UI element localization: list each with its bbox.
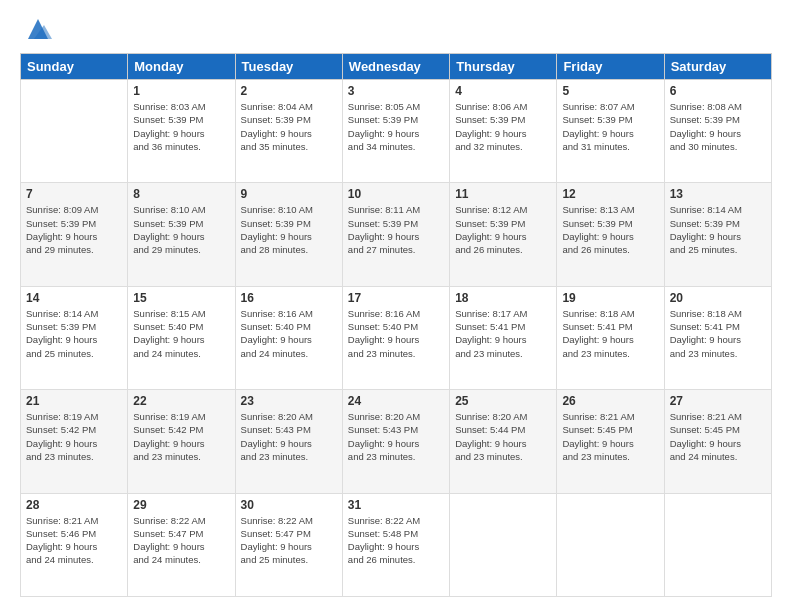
- day-number: 15: [133, 291, 229, 305]
- day-info: Sunrise: 8:19 AM Sunset: 5:42 PM Dayligh…: [133, 410, 229, 463]
- header-cell-tuesday: Tuesday: [235, 54, 342, 80]
- day-cell: 27Sunrise: 8:21 AM Sunset: 5:45 PM Dayli…: [664, 390, 771, 493]
- day-info: Sunrise: 8:14 AM Sunset: 5:39 PM Dayligh…: [26, 307, 122, 360]
- day-cell: 5Sunrise: 8:07 AM Sunset: 5:39 PM Daylig…: [557, 80, 664, 183]
- day-cell: 6Sunrise: 8:08 AM Sunset: 5:39 PM Daylig…: [664, 80, 771, 183]
- day-number: 20: [670, 291, 766, 305]
- day-info: Sunrise: 8:15 AM Sunset: 5:40 PM Dayligh…: [133, 307, 229, 360]
- day-info: Sunrise: 8:17 AM Sunset: 5:41 PM Dayligh…: [455, 307, 551, 360]
- day-number: 29: [133, 498, 229, 512]
- day-info: Sunrise: 8:09 AM Sunset: 5:39 PM Dayligh…: [26, 203, 122, 256]
- day-cell: [450, 493, 557, 596]
- header-row: SundayMondayTuesdayWednesdayThursdayFrid…: [21, 54, 772, 80]
- day-info: Sunrise: 8:19 AM Sunset: 5:42 PM Dayligh…: [26, 410, 122, 463]
- calendar-header: SundayMondayTuesdayWednesdayThursdayFrid…: [21, 54, 772, 80]
- day-number: 27: [670, 394, 766, 408]
- day-number: 21: [26, 394, 122, 408]
- day-number: 4: [455, 84, 551, 98]
- day-info: Sunrise: 8:18 AM Sunset: 5:41 PM Dayligh…: [670, 307, 766, 360]
- day-info: Sunrise: 8:20 AM Sunset: 5:43 PM Dayligh…: [241, 410, 337, 463]
- day-number: 22: [133, 394, 229, 408]
- day-info: Sunrise: 8:21 AM Sunset: 5:45 PM Dayligh…: [562, 410, 658, 463]
- calendar-body: 1Sunrise: 8:03 AM Sunset: 5:39 PM Daylig…: [21, 80, 772, 597]
- day-cell: 29Sunrise: 8:22 AM Sunset: 5:47 PM Dayli…: [128, 493, 235, 596]
- week-row-5: 28Sunrise: 8:21 AM Sunset: 5:46 PM Dayli…: [21, 493, 772, 596]
- day-info: Sunrise: 8:12 AM Sunset: 5:39 PM Dayligh…: [455, 203, 551, 256]
- day-info: Sunrise: 8:21 AM Sunset: 5:46 PM Dayligh…: [26, 514, 122, 567]
- day-cell: 14Sunrise: 8:14 AM Sunset: 5:39 PM Dayli…: [21, 286, 128, 389]
- header-cell-wednesday: Wednesday: [342, 54, 449, 80]
- day-number: 18: [455, 291, 551, 305]
- day-cell: [664, 493, 771, 596]
- day-cell: 23Sunrise: 8:20 AM Sunset: 5:43 PM Dayli…: [235, 390, 342, 493]
- logo: [20, 15, 52, 43]
- day-cell: 11Sunrise: 8:12 AM Sunset: 5:39 PM Dayli…: [450, 183, 557, 286]
- day-info: Sunrise: 8:22 AM Sunset: 5:47 PM Dayligh…: [133, 514, 229, 567]
- day-number: 13: [670, 187, 766, 201]
- day-number: 11: [455, 187, 551, 201]
- header-cell-saturday: Saturday: [664, 54, 771, 80]
- day-number: 12: [562, 187, 658, 201]
- day-cell: 18Sunrise: 8:17 AM Sunset: 5:41 PM Dayli…: [450, 286, 557, 389]
- day-cell: 24Sunrise: 8:20 AM Sunset: 5:43 PM Dayli…: [342, 390, 449, 493]
- day-cell: 8Sunrise: 8:10 AM Sunset: 5:39 PM Daylig…: [128, 183, 235, 286]
- day-cell: 16Sunrise: 8:16 AM Sunset: 5:40 PM Dayli…: [235, 286, 342, 389]
- day-number: 25: [455, 394, 551, 408]
- day-cell: 30Sunrise: 8:22 AM Sunset: 5:47 PM Dayli…: [235, 493, 342, 596]
- day-cell: 2Sunrise: 8:04 AM Sunset: 5:39 PM Daylig…: [235, 80, 342, 183]
- day-cell: 13Sunrise: 8:14 AM Sunset: 5:39 PM Dayli…: [664, 183, 771, 286]
- day-info: Sunrise: 8:05 AM Sunset: 5:39 PM Dayligh…: [348, 100, 444, 153]
- day-number: 8: [133, 187, 229, 201]
- page: SundayMondayTuesdayWednesdayThursdayFrid…: [0, 0, 792, 612]
- day-number: 24: [348, 394, 444, 408]
- day-cell: [557, 493, 664, 596]
- day-number: 31: [348, 498, 444, 512]
- day-cell: 22Sunrise: 8:19 AM Sunset: 5:42 PM Dayli…: [128, 390, 235, 493]
- day-cell: 17Sunrise: 8:16 AM Sunset: 5:40 PM Dayli…: [342, 286, 449, 389]
- day-cell: [21, 80, 128, 183]
- day-number: 30: [241, 498, 337, 512]
- day-number: 19: [562, 291, 658, 305]
- day-number: 23: [241, 394, 337, 408]
- day-info: Sunrise: 8:14 AM Sunset: 5:39 PM Dayligh…: [670, 203, 766, 256]
- day-cell: 9Sunrise: 8:10 AM Sunset: 5:39 PM Daylig…: [235, 183, 342, 286]
- day-info: Sunrise: 8:13 AM Sunset: 5:39 PM Dayligh…: [562, 203, 658, 256]
- day-cell: 26Sunrise: 8:21 AM Sunset: 5:45 PM Dayli…: [557, 390, 664, 493]
- day-cell: 4Sunrise: 8:06 AM Sunset: 5:39 PM Daylig…: [450, 80, 557, 183]
- day-cell: 20Sunrise: 8:18 AM Sunset: 5:41 PM Dayli…: [664, 286, 771, 389]
- day-cell: 15Sunrise: 8:15 AM Sunset: 5:40 PM Dayli…: [128, 286, 235, 389]
- day-number: 16: [241, 291, 337, 305]
- day-info: Sunrise: 8:04 AM Sunset: 5:39 PM Dayligh…: [241, 100, 337, 153]
- day-number: 9: [241, 187, 337, 201]
- header-cell-monday: Monday: [128, 54, 235, 80]
- week-row-4: 21Sunrise: 8:19 AM Sunset: 5:42 PM Dayli…: [21, 390, 772, 493]
- day-info: Sunrise: 8:03 AM Sunset: 5:39 PM Dayligh…: [133, 100, 229, 153]
- day-number: 1: [133, 84, 229, 98]
- day-cell: 10Sunrise: 8:11 AM Sunset: 5:39 PM Dayli…: [342, 183, 449, 286]
- logo-icon: [24, 15, 52, 43]
- week-row-2: 7Sunrise: 8:09 AM Sunset: 5:39 PM Daylig…: [21, 183, 772, 286]
- day-info: Sunrise: 8:10 AM Sunset: 5:39 PM Dayligh…: [133, 203, 229, 256]
- day-info: Sunrise: 8:10 AM Sunset: 5:39 PM Dayligh…: [241, 203, 337, 256]
- day-number: 10: [348, 187, 444, 201]
- week-row-3: 14Sunrise: 8:14 AM Sunset: 5:39 PM Dayli…: [21, 286, 772, 389]
- week-row-1: 1Sunrise: 8:03 AM Sunset: 5:39 PM Daylig…: [21, 80, 772, 183]
- day-cell: 19Sunrise: 8:18 AM Sunset: 5:41 PM Dayli…: [557, 286, 664, 389]
- day-cell: 3Sunrise: 8:05 AM Sunset: 5:39 PM Daylig…: [342, 80, 449, 183]
- day-number: 5: [562, 84, 658, 98]
- day-number: 2: [241, 84, 337, 98]
- day-number: 28: [26, 498, 122, 512]
- day-info: Sunrise: 8:16 AM Sunset: 5:40 PM Dayligh…: [241, 307, 337, 360]
- day-number: 6: [670, 84, 766, 98]
- day-info: Sunrise: 8:22 AM Sunset: 5:48 PM Dayligh…: [348, 514, 444, 567]
- day-cell: 12Sunrise: 8:13 AM Sunset: 5:39 PM Dayli…: [557, 183, 664, 286]
- header: [20, 15, 772, 43]
- day-info: Sunrise: 8:06 AM Sunset: 5:39 PM Dayligh…: [455, 100, 551, 153]
- day-number: 26: [562, 394, 658, 408]
- day-number: 17: [348, 291, 444, 305]
- day-cell: 31Sunrise: 8:22 AM Sunset: 5:48 PM Dayli…: [342, 493, 449, 596]
- day-info: Sunrise: 8:18 AM Sunset: 5:41 PM Dayligh…: [562, 307, 658, 360]
- day-cell: 25Sunrise: 8:20 AM Sunset: 5:44 PM Dayli…: [450, 390, 557, 493]
- day-info: Sunrise: 8:20 AM Sunset: 5:44 PM Dayligh…: [455, 410, 551, 463]
- header-cell-sunday: Sunday: [21, 54, 128, 80]
